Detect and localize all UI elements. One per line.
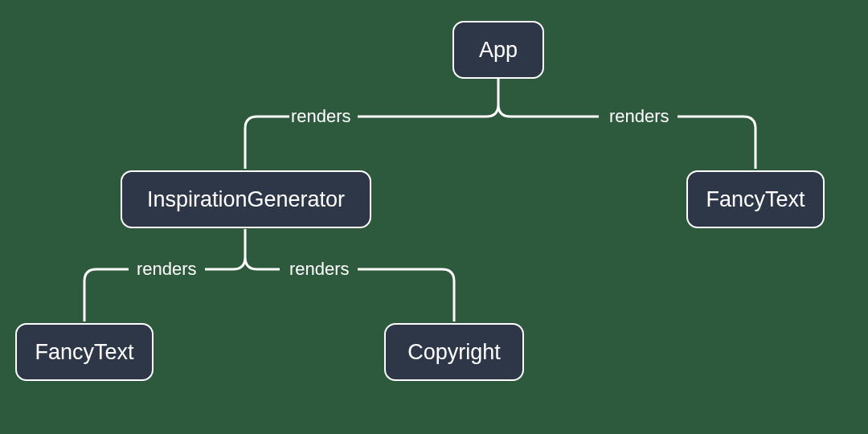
node-fancy-text-left: FancyText [15, 323, 154, 381]
node-inspiration-generator: InspirationGenerator [121, 170, 371, 228]
node-label: FancyText [35, 340, 133, 365]
node-app: App [452, 21, 544, 79]
node-fancy-text-right: FancyText [686, 170, 825, 228]
edge-label-app-fancytext: renders [609, 106, 669, 127]
edge-label-inspiration-fancytext: renders [137, 259, 197, 280]
node-label: InspirationGenerator [147, 187, 345, 212]
node-label: FancyText [706, 187, 805, 212]
node-label: Copyright [407, 340, 501, 365]
node-label: App [479, 38, 518, 63]
edge-label-inspiration-copyright: renders [289, 259, 350, 280]
node-copyright: Copyright [384, 323, 524, 381]
edge-label-app-inspiration: renders [291, 106, 351, 127]
